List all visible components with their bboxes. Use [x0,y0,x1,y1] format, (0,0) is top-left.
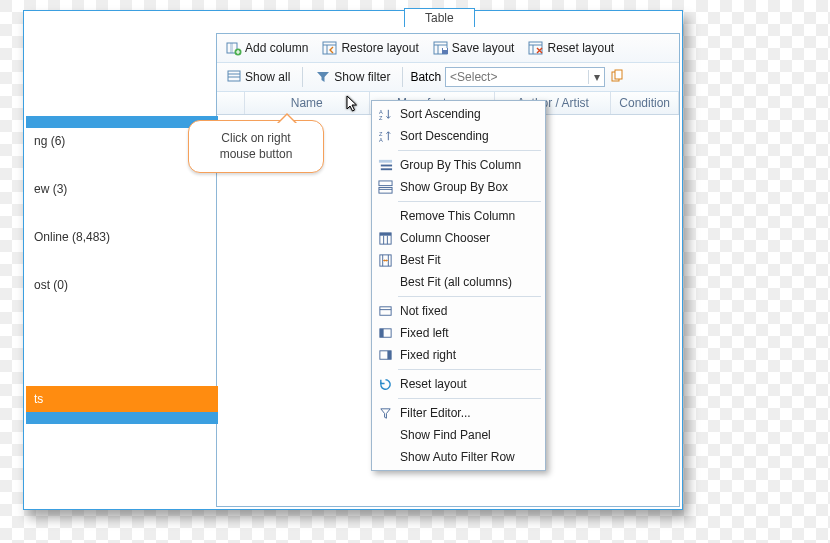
svg-rect-3 [323,42,336,54]
svg-rect-8 [228,71,240,81]
svg-text:Z: Z [378,115,382,121]
add-column-label: Add column [245,41,308,55]
menu-separator [398,296,541,297]
svg-rect-10 [615,70,622,79]
column-name[interactable]: Name [245,92,370,114]
menu-item-label: Not fixed [400,304,447,318]
menu-item-label: Reset layout [400,377,467,391]
toolbar-filter: Show all Show filter Batch <Select> ▾ [217,63,679,92]
blank-icon [376,274,394,290]
hint-callout: Click on right mouse button [188,120,324,173]
separator [302,67,303,87]
restore-layout-label: Restore layout [341,41,418,55]
menu-separator [398,150,541,151]
menu-item[interactable]: Reset layout [374,373,543,395]
blank-icon [376,449,394,465]
menu-item[interactable]: Show Auto Filter Row [374,446,543,468]
menu-item[interactable]: Best Fit (all columns) [374,271,543,293]
svg-text:A: A [378,137,382,143]
sidebar-item[interactable]: Online (8,483) [26,224,218,250]
menu-item-label: Fixed left [400,326,449,340]
menu-item[interactable]: Filter Editor... [374,402,543,424]
menu-item[interactable]: Fixed right [374,344,543,366]
pin-left-icon [376,325,394,341]
toolbar-layout: Add column Restore layout Save layout Re… [217,34,679,63]
column-condition[interactable]: Condition [611,92,679,114]
menu-item[interactable]: Remove This Column [374,205,543,227]
svg-rect-18 [378,180,391,185]
sidebar-item[interactable] [26,202,218,224]
tab-table[interactable]: Table [404,8,475,27]
menu-item[interactable]: Not fixed [374,300,543,322]
chooser-icon [376,230,394,246]
menu-item-label: Filter Editor... [400,406,471,420]
menu-item[interactable]: Best Fit [374,249,543,271]
svg-rect-27 [387,350,391,358]
hint-line1: Click on right [195,131,317,147]
separator [402,67,403,87]
add-column-button[interactable]: Add column [221,37,313,59]
add-column-icon [226,40,242,56]
column-selector[interactable] [217,92,245,114]
svg-rect-23 [379,306,390,314]
svg-rect-19 [378,187,391,193]
blank-icon [376,427,394,443]
restore-layout-icon [322,40,338,56]
menu-item[interactable]: AZSort Ascending [374,103,543,125]
filter-icon [315,69,331,85]
menu-item[interactable]: Column Chooser [374,227,543,249]
group-icon [376,157,394,173]
restore-layout-button[interactable]: Restore layout [317,37,423,59]
sort-desc-icon: ZA [376,128,394,144]
save-layout-button[interactable]: Save layout [428,37,520,59]
menu-item[interactable]: Group By This Column [374,154,543,176]
sidebar-item[interactable]: ts [26,386,218,412]
sidebar-item[interactable] [26,412,218,424]
bestfit-icon [376,252,394,268]
menu-item-label: Show Find Panel [400,428,491,442]
menu-item[interactable]: Show Group By Box [374,176,543,198]
svg-text:Z: Z [378,130,382,136]
reset-layout-button[interactable]: Reset layout [523,37,619,59]
pin-right-icon [376,347,394,363]
menu-separator [398,398,541,399]
hint-line2: mouse button [195,147,317,163]
sidebar-item[interactable] [26,298,218,320]
svg-rect-15 [378,159,391,162]
show-filter-button[interactable]: Show filter [310,66,395,88]
menu-item-label: Fixed right [400,348,456,362]
reset-layout-icon [528,40,544,56]
sidebar-item[interactable] [26,320,218,342]
show-all-button[interactable]: Show all [221,66,295,88]
svg-rect-16 [380,164,391,166]
svg-rect-7 [529,42,542,54]
menu-item[interactable]: ZASort Descending [374,125,543,147]
chevron-down-icon[interactable]: ▾ [588,70,604,84]
menu-item-label: Sort Descending [400,129,489,143]
sidebar-item[interactable]: ew (3) [26,176,218,202]
pin-icon [376,303,394,319]
menu-item[interactable]: Show Find Panel [374,424,543,446]
sidebar-item[interactable] [26,342,218,364]
blank-icon [376,208,394,224]
menu-item-label: Column Chooser [400,231,490,245]
filter-icon [376,405,394,421]
menu-item-label: Remove This Column [400,209,515,223]
batch-select[interactable]: <Select> ▾ [445,67,605,87]
show-filter-label: Show filter [334,70,390,84]
sidebar-item[interactable] [26,250,218,272]
show-all-label: Show all [245,70,290,84]
svg-rect-1 [230,43,233,53]
copy-icon[interactable] [609,69,625,85]
sidebar-item[interactable]: ost (0) [26,272,218,298]
menu-item-label: Best Fit (all columns) [400,275,512,289]
menu-item-label: Best Fit [400,253,441,267]
menu-item[interactable]: Fixed left [374,322,543,344]
reset-layout-label: Reset layout [547,41,614,55]
menu-item-label: Show Group By Box [400,180,508,194]
menu-item-label: Group By This Column [400,158,521,172]
batch-select-value: <Select> [446,70,588,84]
sort-asc-icon: AZ [376,106,394,122]
sidebar-item[interactable] [26,364,218,386]
app-window: Table Add column Restore layout Save lay… [23,10,683,510]
